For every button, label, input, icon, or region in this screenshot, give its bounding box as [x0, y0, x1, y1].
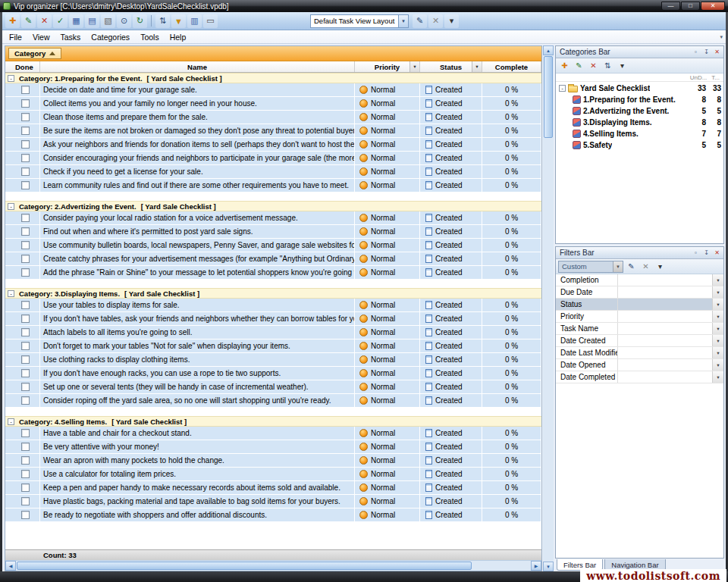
menu-item-view[interactable]: View: [27, 30, 55, 43]
task-checkbox[interactable]: [21, 443, 30, 451]
menu-overflow-icon[interactable]: ▾: [720, 34, 723, 40]
task-checkbox[interactable]: [21, 214, 30, 222]
task-row[interactable]: Decide on date and time for your garage …: [5, 83, 541, 97]
task-row[interactable]: Learn community rules and find out if th…: [5, 179, 541, 192]
task-checkbox[interactable]: [21, 511, 30, 519]
category-group-header[interactable]: -Category: 1.Preparing for the Event.[ Y…: [5, 73, 541, 83]
task-row[interactable]: Consider roping off the yard sale area, …: [5, 394, 541, 408]
task-row[interactable]: Have a table and chair for a checkout st…: [5, 427, 541, 440]
task-checkbox[interactable]: [21, 181, 30, 189]
delete-task-icon[interactable]: ✕: [37, 14, 52, 28]
task-checkbox[interactable]: [21, 154, 30, 162]
categories-menu-dropdown-icon[interactable]: ▾: [616, 60, 629, 72]
complete-task-icon[interactable]: ✓: [53, 14, 67, 28]
collapse-icon[interactable]: -: [8, 203, 14, 210]
task-row[interactable]: Use community bulletin boards, local new…: [5, 239, 541, 252]
filter-row[interactable]: Due Date▼: [556, 286, 723, 299]
horizontal-scroll-thumb[interactable]: [17, 562, 472, 570]
dropdown-arrow-icon[interactable]: ▼: [712, 274, 723, 286]
maximize-button[interactable]: □: [681, 2, 700, 11]
menu-item-categories[interactable]: Categories: [86, 30, 135, 43]
task-row[interactable]: Check if you need to get a license for y…: [5, 165, 541, 179]
vertical-scroll-thumb[interactable]: [544, 56, 553, 138]
dropdown-arrow-icon[interactable]: ▼: [712, 335, 723, 346]
collapse-icon[interactable]: -: [8, 418, 14, 425]
column-header-priority[interactable]: Priority ▼: [355, 61, 420, 72]
sort-icon[interactable]: ⇅: [155, 14, 170, 28]
task-row[interactable]: Consider paying your local radio station…: [5, 211, 541, 225]
menu-item-help[interactable]: Help: [165, 30, 192, 43]
new-category-icon[interactable]: ✚: [558, 60, 571, 72]
filter-row[interactable]: Priority▼: [556, 311, 723, 323]
group-by-category-button[interactable]: Category: [8, 48, 61, 59]
print-icon[interactable]: ▭: [203, 14, 218, 28]
view-table-icon[interactable]: ▦: [69, 14, 83, 28]
total-column-header[interactable]: T...: [711, 74, 720, 81]
priority-filter-dropdown-icon[interactable]: ▼: [410, 61, 419, 72]
task-checkbox[interactable]: [21, 140, 30, 149]
task-checkbox[interactable]: [21, 127, 30, 135]
horizontal-scrollbar[interactable]: ◀ ▶: [5, 560, 541, 571]
task-row[interactable]: Set up one or several tents (they will b…: [5, 380, 541, 394]
minimize-button[interactable]: —: [661, 2, 680, 11]
tree-category-item[interactable]: 1.Preparing for the Event.88: [556, 94, 723, 105]
task-row[interactable]: If you don't have enough racks, you can …: [5, 367, 541, 380]
task-checkbox[interactable]: [21, 497, 30, 505]
task-row[interactable]: Be sure the items are not broken or dama…: [5, 124, 541, 138]
task-row[interactable]: Use a calculator for totaling item price…: [5, 468, 541, 481]
combo-dropdown-icon[interactable]: ▼: [398, 15, 408, 27]
task-row[interactable]: If you don't have tables, ask your frien…: [5, 312, 541, 326]
task-checkbox[interactable]: [21, 383, 30, 391]
tree-category-item[interactable]: 3.Displaying Items.88: [556, 117, 723, 128]
task-checkbox[interactable]: [21, 314, 30, 323]
filters-menu-dropdown-icon[interactable]: ▾: [654, 261, 667, 273]
scroll-left-icon[interactable]: ◀: [5, 561, 16, 571]
task-checkbox[interactable]: [21, 429, 30, 437]
edit-filter-icon[interactable]: ✎: [625, 261, 638, 273]
task-checkbox[interactable]: [21, 301, 30, 309]
task-checkbox[interactable]: [21, 86, 30, 94]
tree-root-item[interactable]: -Yard Sale Checklist3333: [556, 83, 723, 94]
task-checkbox[interactable]: [21, 456, 30, 465]
clear-filter-icon[interactable]: ✕: [639, 261, 652, 273]
task-row[interactable]: Clean those items and prepare them for t…: [5, 111, 541, 124]
task-row[interactable]: Use your tables to display items for sal…: [5, 299, 541, 312]
task-row[interactable]: Use clothing racks to display clothing i…: [5, 353, 541, 367]
task-checkbox[interactable]: [21, 470, 30, 478]
new-task-icon[interactable]: ✚: [5, 14, 20, 28]
category-group-header[interactable]: -Category: 2.Advertizing the Event.[ Yar…: [5, 201, 541, 211]
dropdown-arrow-icon[interactable]: ▼: [712, 286, 723, 298]
view-list-icon[interactable]: ▤: [85, 14, 99, 28]
task-row[interactable]: Create catchy phrases for your advertise…: [5, 252, 541, 266]
edit-task-icon[interactable]: ✎: [21, 14, 36, 28]
column-header-name[interactable]: Name: [40, 61, 355, 72]
delete-category-icon[interactable]: ✕: [587, 60, 600, 72]
delete-view-icon[interactable]: ✕: [428, 14, 443, 28]
task-checkbox[interactable]: [21, 369, 30, 377]
task-row[interactable]: Find out when and where it's permitted t…: [5, 225, 541, 239]
category-group-header[interactable]: -Category: 3.Displaying Items.[ Yard Sal…: [5, 288, 541, 299]
filter-row[interactable]: Date Completed▼: [556, 371, 723, 383]
task-row[interactable]: Have plastic bags, packing material and …: [5, 495, 541, 508]
task-row[interactable]: Collect items you and your family no lon…: [5, 97, 541, 111]
find-icon[interactable]: ⊙: [117, 14, 131, 28]
task-checkbox[interactable]: [21, 342, 30, 350]
filter-row[interactable]: Completion▼: [556, 274, 723, 286]
menu-item-tasks[interactable]: Tasks: [55, 30, 86, 43]
dropdown-arrow-icon[interactable]: ▼: [712, 323, 723, 334]
dropdown-arrow-icon[interactable]: ▼: [712, 311, 723, 322]
panel-close-icon[interactable]: ✕: [712, 249, 722, 258]
collapse-icon[interactable]: -: [8, 75, 14, 82]
task-checkbox[interactable]: [21, 268, 30, 277]
column-header-done[interactable]: Done: [5, 61, 40, 72]
column-header-status[interactable]: Status ▼: [420, 61, 482, 72]
menu-item-tools[interactable]: Tools: [135, 30, 165, 43]
customize-view-icon[interactable]: ✎: [413, 14, 427, 28]
tree-category-item[interactable]: 5.Safety55: [556, 139, 723, 151]
task-view-layout-combo[interactable]: Default Task View Layout ▼: [310, 14, 409, 28]
tree-category-item[interactable]: 4.Selling Items.77: [556, 128, 723, 139]
dropdown-arrow-icon[interactable]: ▼: [712, 359, 723, 371]
vertical-scrollbar[interactable]: ▲ ▼: [543, 45, 554, 571]
group-by-icon[interactable]: ▧: [101, 14, 115, 28]
scroll-down-icon[interactable]: ▼: [543, 562, 554, 571]
